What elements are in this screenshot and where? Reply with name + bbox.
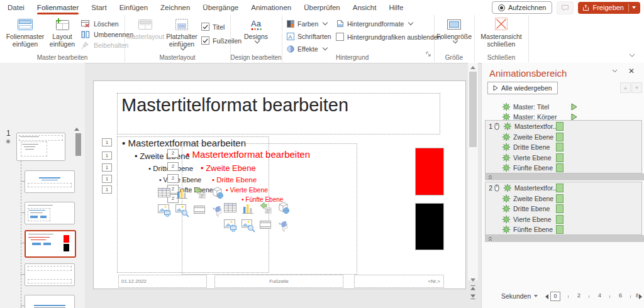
animation-item[interactable]: Dritte Ebene <box>502 142 550 152</box>
previous-slide-icon[interactable] <box>470 285 476 291</box>
insert-slide-master-button[interactable]: Folienmaster einfügen <box>5 17 45 48</box>
timing-bar[interactable] <box>556 204 564 213</box>
footer-placeholder[interactable]: Fußzeile <box>214 275 343 288</box>
picture-icon[interactable] <box>223 217 238 233</box>
collapse-ribbon-button[interactable] <box>629 48 635 60</box>
slide-number-placeholder[interactable]: <Nr.> <box>354 275 444 288</box>
animation-item[interactable]: Fünfte Ebene <box>502 163 553 173</box>
outline-red-level4[interactable]: • Vierte Ebene <box>226 186 268 194</box>
insert-placeholder-button[interactable]: Platzhalter einfügen <box>164 17 200 50</box>
timeline-scroll-left-icon[interactable] <box>545 294 548 299</box>
share-button[interactable]: Freigeben <box>578 2 640 14</box>
stock-image-icon[interactable] <box>240 217 255 233</box>
menu-tab-einfuegen[interactable]: Einfügen <box>119 0 148 15</box>
video-icon[interactable] <box>192 202 207 217</box>
chart-icon[interactable] <box>240 201 255 216</box>
outline-level2[interactable]: • Zweite Ebene <box>135 151 190 161</box>
insert-layout-button[interactable]: Layout einfügen <box>47 17 78 48</box>
share-dropdown-icon[interactable] <box>632 6 636 9</box>
timing-bar[interactable] <box>556 184 564 192</box>
pane-close-icon[interactable]: ✕ <box>628 67 635 75</box>
pane-options-chevron-icon[interactable] <box>612 69 618 73</box>
fonts-button[interactable]: A Schriftarten <box>287 31 340 41</box>
date-placeholder[interactable]: 01.12.2022 <box>118 275 207 288</box>
red-rectangle-shape[interactable] <box>415 148 444 195</box>
timeline-zero-marker[interactable]: 0 <box>550 292 560 301</box>
animation-item[interactable]: 2 Mastertextfor... <box>487 183 558 193</box>
timeline-scroll-right-icon[interactable] <box>639 294 642 299</box>
menu-tab-datei[interactable]: Datei <box>8 0 25 15</box>
outline-level1[interactable]: • Mastertextformat bearbeiten <box>122 138 246 148</box>
play-all-button[interactable]: Alle wiedergeben <box>487 82 558 94</box>
menu-tab-start[interactable]: Start <box>91 0 106 15</box>
slide-thumbnail-layout-3-selected[interactable] <box>25 230 76 258</box>
slide-canvas[interactable]: Mastertitelformat bearbeiten • Mastertex… <box>93 80 466 289</box>
menu-tab-animationen[interactable]: Animationen <box>251 0 291 15</box>
next-slide-icon[interactable] <box>470 294 476 300</box>
timing-bar[interactable] <box>556 194 564 203</box>
outline-red-level2[interactable]: • Zweite Ebene <box>201 163 256 173</box>
slide-thumbnail-layout-1[interactable] <box>25 170 75 193</box>
editor-scrollbar-thumb[interactable] <box>469 72 477 147</box>
collapse-group-bar[interactable] <box>485 235 644 242</box>
table-icon[interactable] <box>157 185 172 201</box>
chart-icon[interactable] <box>174 185 189 201</box>
collapse-group-bar[interactable] <box>485 173 644 180</box>
timing-bar[interactable] <box>556 143 564 151</box>
slide-thumbnail-layout-4[interactable] <box>25 263 75 286</box>
menu-tab-ueberpruefen[interactable]: Überprüfen <box>304 0 340 15</box>
outline-red-level3[interactable]: • Dritte Ebene <box>212 176 257 184</box>
slide-thumbnail-layout-5[interactable] <box>25 295 75 308</box>
background-styles-button[interactable]: Hintergrundformate <box>336 19 413 28</box>
animation-item[interactable]: Fünfte Ebene <box>502 224 553 234</box>
3d-model-icon[interactable] <box>275 201 291 216</box>
animation-item[interactable]: Zweite Ebene <box>502 194 553 204</box>
menu-tab-ansicht[interactable]: Ansicht <box>353 0 377 15</box>
delete-button[interactable]: Löschen <box>80 19 119 28</box>
thumbnails-scrollbar-thumb[interactable] <box>75 133 81 156</box>
thumbnails-scroll-up-icon[interactable] <box>74 127 80 131</box>
animation-badge-1[interactable]: 1 <box>102 175 112 183</box>
picture-icon[interactable] <box>157 202 172 217</box>
timing-bar[interactable] <box>556 215 564 224</box>
effects-button[interactable]: Effekte <box>287 44 327 53</box>
menu-tab-uebergaenge[interactable]: Übergänge <box>203 0 238 15</box>
close-master-view-button[interactable]: Masteransicht schließen <box>479 17 524 48</box>
timing-bar[interactable] <box>556 153 564 162</box>
menu-tab-folienmaster[interactable]: Folienmaster <box>37 0 79 15</box>
stock-image-icon[interactable] <box>174 202 189 217</box>
black-rectangle-shape[interactable] <box>415 203 444 250</box>
slide-thumbnail-master[interactable] <box>16 133 65 161</box>
smartart-icon[interactable] <box>192 185 207 201</box>
record-button[interactable]: Aufzeichnen <box>492 1 553 14</box>
smartart-icon[interactable] <box>258 201 273 216</box>
animation-badge-1[interactable]: 1 <box>102 151 112 160</box>
seconds-dropdown[interactable]: Sekunden <box>501 292 538 300</box>
video-icon[interactable] <box>258 217 273 233</box>
animation-badge-1[interactable]: 1 <box>102 163 112 172</box>
animation-item[interactable]: Vierte Ebene <box>502 153 552 163</box>
menu-tab-zeichnen[interactable]: Zeichnen <box>160 0 190 15</box>
animation-badge-1[interactable]: 1 <box>102 138 112 146</box>
animation-item[interactable]: Dritte Ebene <box>502 204 550 214</box>
menu-tab-hilfe[interactable]: Hilfe <box>389 0 403 15</box>
timing-bar[interactable] <box>556 163 564 172</box>
timing-bar[interactable] <box>556 133 564 141</box>
animation-badge-2[interactable]: 2 <box>167 162 179 171</box>
outline-red-level1[interactable]: • Mastertextformat bearbeiten <box>186 149 310 160</box>
animation-item-master-title[interactable]: Master: Titel <box>502 102 549 112</box>
slide-thumbnail-layout-2[interactable] <box>25 202 75 224</box>
stock-icons-icon[interactable] <box>275 217 291 233</box>
animation-item[interactable]: 1 Mastertextfor... <box>487 121 558 131</box>
title-checkbox[interactable]: Titel <box>201 22 225 31</box>
animation-badge-2[interactable]: 2 <box>167 174 179 183</box>
animation-item[interactable]: Zweite Ebene <box>502 132 553 142</box>
timing-bar[interactable] <box>556 225 564 234</box>
editor-scroll-up-icon[interactable] <box>470 65 476 70</box>
animation-item[interactable]: Vierte Ebene <box>502 214 552 224</box>
colors-button[interactable]: Farben <box>287 19 327 28</box>
outline-level4[interactable]: • Vierte Ebene <box>159 176 201 184</box>
animation-badge-1[interactable]: 1 <box>102 185 112 194</box>
editor-scroll-down-icon[interactable] <box>470 278 476 282</box>
slide-title-text[interactable]: Mastertitelformat bearbeiten <box>121 95 348 116</box>
